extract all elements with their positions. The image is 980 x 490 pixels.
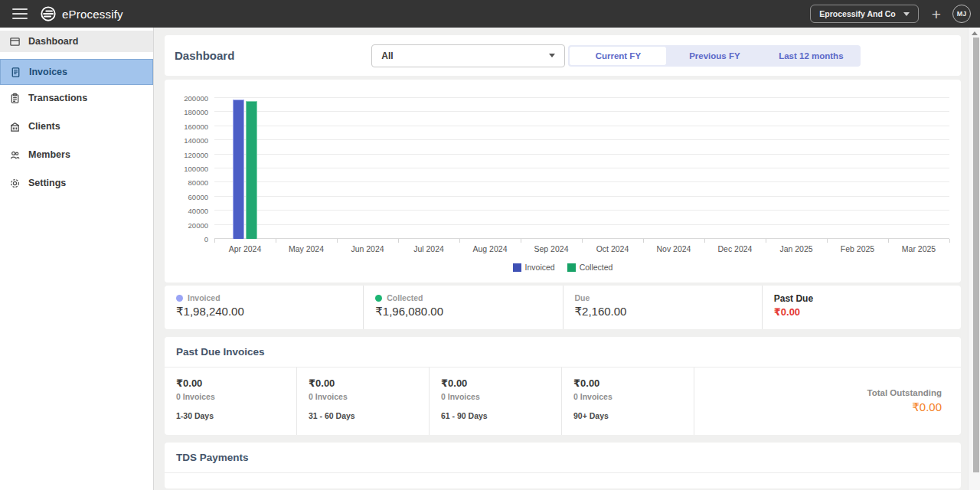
clients-icon (9, 121, 21, 132)
summary-value: ₹0.00 (774, 306, 961, 318)
summary-value: ₹1,96,080.00 (375, 305, 562, 318)
bar-slot (582, 98, 643, 239)
sidebar-item-clients[interactable]: Clients (0, 116, 153, 137)
total-outstanding-value: ₹0.00 (912, 400, 942, 414)
bucket-range: 61 - 90 Days (441, 411, 550, 420)
period-tab-group: Current FY Previous FY Last 12 months (568, 45, 861, 67)
summary-label: Collected (387, 293, 423, 302)
y-axis-tick-label: 100000 (170, 165, 208, 173)
sidebar-item-label: Clients (28, 121, 60, 132)
x-axis-tick (582, 239, 583, 243)
x-axis-tick (214, 239, 215, 243)
x-axis-label: Mar 2025 (888, 244, 949, 253)
x-axis-label: May 2024 (276, 244, 337, 253)
bar-slot (704, 98, 766, 239)
y-axis-tick-label: 200000 (170, 94, 208, 103)
settings-icon (9, 178, 21, 189)
sidebar-item-members[interactable]: Members (0, 144, 153, 165)
hamburger-menu-icon[interactable] (12, 8, 28, 19)
legend-item-collected[interactable]: Collected (567, 263, 613, 272)
bar-slot (276, 98, 337, 239)
x-axis-tick (459, 239, 460, 243)
scroll-up-arrow-icon[interactable] (972, 31, 978, 35)
y-axis-tick-label: 80000 (170, 178, 208, 187)
legend-label: Invoiced (525, 263, 555, 272)
sidebar-item-label: Invoices (29, 67, 67, 77)
legend-swatch-icon (567, 263, 576, 272)
tab-current-fy[interactable]: Current FY (570, 47, 666, 65)
x-axis-tick (704, 239, 705, 243)
y-axis-tick-label: 180000 (170, 108, 208, 116)
bucket-count: 0 Invoices (176, 392, 285, 401)
vertical-scrollbar[interactable] (968, 28, 980, 490)
bar-collected-apr-2024[interactable] (246, 101, 257, 239)
summary-past-due: Past Due ₹0.00 (762, 286, 961, 329)
legend-item-invoiced[interactable]: Invoiced (513, 263, 555, 272)
bar-slot (888, 98, 949, 239)
tds-payments-card: TDS Payments (165, 443, 961, 488)
legend-label: Collected (580, 263, 613, 272)
invoice-icon (10, 67, 21, 78)
x-axis-label: Jun 2024 (337, 244, 398, 253)
brand: eProcessify (40, 5, 123, 22)
past-due-invoices-title: Past Due Invoices (165, 337, 961, 368)
org-selector-button[interactable]: Eprocessify And Co (810, 5, 918, 23)
add-button[interactable]: + (932, 6, 941, 22)
legend-swatch-icon (513, 263, 521, 272)
y-axis-tick-label: 60000 (170, 192, 208, 201)
bucket-range: 1-30 Days (176, 411, 285, 420)
bucket-1-30-days: ₹0.00 0 Invoices 1-30 Days (165, 368, 297, 435)
bucket-amount: ₹0.00 (441, 377, 550, 389)
past-due-invoices-card: Past Due Invoices ₹0.00 0 Invoices 1-30 … (165, 337, 961, 435)
tds-payments-title: TDS Payments (165, 443, 961, 473)
tab-last-12-months[interactable]: Last 12 months (763, 47, 859, 65)
x-axis-tick (337, 239, 338, 243)
x-axis-tick (888, 239, 889, 243)
chart-plot: 0200004000060000800001000001200001400001… (214, 98, 949, 239)
bar-slot (766, 98, 827, 239)
y-axis-tick-label: 160000 (170, 122, 208, 130)
x-axis-tick (766, 239, 766, 243)
y-axis-tick-label: 0 (170, 235, 208, 243)
client-filter-select[interactable]: All (371, 44, 565, 67)
summary-label: Due (575, 293, 590, 302)
bar-slot (827, 98, 888, 239)
total-outstanding: Total Outstanding ₹0.00 (694, 368, 961, 435)
brand-name: eProcessify (62, 8, 123, 21)
bucket-count: 0 Invoices (573, 392, 682, 401)
bar-invoiced-apr-2024[interactable] (233, 100, 244, 239)
bar-slot (337, 98, 398, 239)
bucket-count: 0 Invoices (441, 392, 550, 401)
filter-selected-value: All (381, 51, 393, 61)
sidebar-item-label: Transactions (28, 93, 87, 103)
x-axis-tick (521, 239, 521, 243)
user-avatar[interactable]: MJ (952, 5, 971, 23)
x-axis-label: Nov 2024 (643, 244, 704, 253)
x-axis-label: Dec 2024 (704, 244, 766, 253)
totals-summary-card: Invoiced ₹1,98,240.00 Collected ₹1,96,08… (165, 286, 961, 329)
sidebar-item-label: Members (28, 149, 70, 160)
y-axis-tick-label: 40000 (170, 207, 208, 215)
sidebar-item-label: Settings (28, 178, 66, 188)
chevron-down-icon (903, 12, 910, 16)
bucket-amount: ₹0.00 (573, 377, 682, 389)
x-axis-label: Oct 2024 (582, 244, 643, 253)
summary-value: ₹1,98,240.00 (176, 305, 363, 318)
members-icon (9, 149, 21, 161)
bucket-range: 90+ Days (573, 411, 682, 420)
sidebar-item-transactions[interactable]: Transactions (0, 87, 153, 109)
x-axis-label: Jan 2025 (766, 244, 827, 253)
bucket-61-90-days: ₹0.00 0 Invoices 61 - 90 Days (430, 368, 562, 435)
scrollbar-thumb[interactable] (973, 38, 979, 472)
sidebar-item-invoices[interactable]: Invoices (0, 59, 153, 85)
sidebar-item-settings[interactable]: Settings (0, 172, 153, 194)
bucket-range: 31 - 60 Days (309, 411, 417, 420)
tab-previous-fy[interactable]: Previous FY (666, 47, 763, 65)
sidebar-item-dashboard[interactable]: Dashboard (0, 31, 153, 52)
summary-label: Invoiced (188, 293, 220, 302)
past-due-buckets-row: ₹0.00 0 Invoices 1-30 Days ₹0.00 0 Invoi… (165, 368, 961, 435)
invoiced-collected-chart-card: 0200004000060000800001000001200001400001… (165, 80, 961, 283)
y-axis-tick-label: 140000 (170, 136, 208, 145)
x-axis-label: Aug 2024 (459, 244, 521, 253)
x-axis-tick (643, 239, 644, 243)
